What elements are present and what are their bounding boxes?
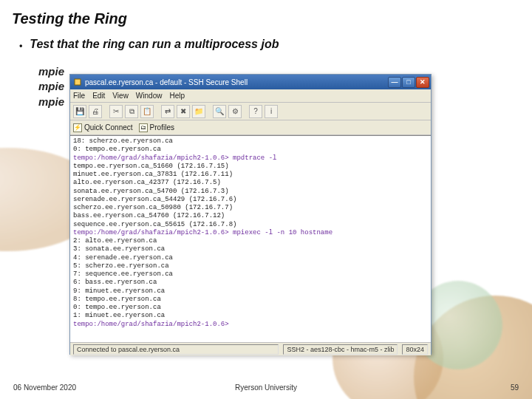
tool-connect-icon[interactable]: ⇄ bbox=[161, 105, 174, 118]
terminal-output[interactable]: 18: scherzo.ee.ryerson.ca0: tempo.ee.rye… bbox=[70, 135, 431, 342]
terminal-output-line: 5: scherzo.ee.ryerson.ca bbox=[73, 262, 428, 270]
tool-folder-icon[interactable]: 📁 bbox=[192, 105, 205, 118]
tool-copy-icon[interactable]: ⧉ bbox=[125, 105, 138, 118]
ssh-window: pascal.ee.ryerson.ca - default - SSH Sec… bbox=[69, 74, 432, 355]
quick-connect-icon: ⚡ bbox=[73, 123, 82, 132]
menu-window[interactable]: Window bbox=[136, 92, 163, 100]
toolbar: 💾 🖨 ✂ ⧉ 📋 ⇄ ✖ 📁 🔍 ⚙ ? i bbox=[70, 103, 431, 120]
svg-rect-0 bbox=[75, 79, 81, 85]
terminal-prompt-line: tempo:/home/grad/shafazia/mpich2-1.0.6> bbox=[73, 321, 428, 329]
quickbar: ⚡ Quick Connect 🗂 Profiles bbox=[70, 120, 431, 135]
terminal-output-line: sequence.ee.ryerson.ca_55615 (172.16.7.8… bbox=[73, 221, 428, 229]
titlebar-text: pascal.ee.ryerson.ca - default - SSH Sec… bbox=[85, 78, 388, 86]
terminal-output-line: 0: tempo.ee.ryerson.ca bbox=[73, 304, 428, 312]
footer: 06 November 2020 Ryerson University 59 bbox=[0, 383, 532, 392]
terminal-output-line: minuet.ee.ryerson.ca_37831 (172.16.7.11) bbox=[73, 171, 428, 179]
footer-pagenum: 59 bbox=[511, 383, 519, 392]
terminal-output-line: 18: scherzo.ee.ryerson.ca bbox=[73, 137, 428, 146]
bullet-text: Test that the ring can run a multiproces… bbox=[30, 38, 279, 51]
terminal-prompt-line: tempo:/home/grad/shafazia/mpich2-1.0.6> … bbox=[73, 229, 428, 237]
quick-connect-label: Quick Connect bbox=[84, 123, 133, 132]
terminal-output-line: 4: serenade.ee.ryerson.ca bbox=[73, 254, 428, 262]
terminal-output-line: 6: bass.ee.ryerson.ca bbox=[73, 279, 428, 287]
terminal-output-line: serenade.ee.ryerson.ca_54429 (172.16.7.6… bbox=[73, 196, 428, 204]
menubar: File Edit View Window Help bbox=[70, 89, 431, 103]
terminal-output-line: bass.ee.ryerson.ca_54760 (172.16.7.12) bbox=[73, 212, 428, 220]
tool-cut-icon[interactable]: ✂ bbox=[109, 105, 123, 118]
profiles-label: Profiles bbox=[150, 123, 174, 132]
tool-print-icon[interactable]: 🖨 bbox=[89, 105, 102, 118]
tool-info-icon[interactable]: i bbox=[265, 105, 278, 118]
profiles-button[interactable]: 🗂 Profiles bbox=[139, 123, 174, 132]
menu-file[interactable]: File bbox=[73, 92, 85, 100]
terminal-output-line: tempo.ee.ryerson.ca_51660 (172.16.7.15) bbox=[73, 163, 428, 171]
terminal-output-line: scherzo.ee.ryerson.ca_50980 (172.16.7.7) bbox=[73, 204, 428, 212]
app-icon bbox=[73, 78, 82, 86]
titlebar[interactable]: pascal.ee.ryerson.ca - default - SSH Sec… bbox=[70, 75, 431, 89]
profiles-icon: 🗂 bbox=[139, 123, 148, 132]
menu-edit[interactable]: Edit bbox=[92, 92, 105, 100]
tool-paste-icon[interactable]: 📋 bbox=[140, 105, 154, 118]
terminal-output-line: 7: sequence.ee.ryerson.ca bbox=[73, 270, 428, 279]
close-button[interactable]: ✕ bbox=[416, 77, 429, 88]
tool-settings-icon[interactable]: ⚙ bbox=[228, 105, 242, 118]
terminal-output-line: 2: alto.ee.ryerson.ca bbox=[73, 237, 428, 245]
quick-connect-button[interactable]: ⚡ Quick Connect bbox=[73, 123, 133, 132]
status-connected: Connected to pascal.ee.ryerson.ca bbox=[73, 344, 279, 355]
terminal-output-line: sonata.ee.ryerson.ca_54700 (172.16.7.3) bbox=[73, 188, 428, 196]
slide-title: Testing the Ring bbox=[0, 0, 532, 33]
tool-save-icon[interactable]: 💾 bbox=[73, 105, 86, 118]
tool-help-icon[interactable]: ? bbox=[249, 105, 262, 118]
minimize-button[interactable]: — bbox=[388, 77, 401, 88]
menu-help[interactable]: Help bbox=[169, 92, 185, 100]
terminal-output-line: 9: minuet.ee.ryerson.ca bbox=[73, 287, 428, 296]
status-ssh: SSH2 - aes128-cbc - hmac-m5 - zlib bbox=[283, 344, 398, 355]
maximize-button[interactable]: □ bbox=[402, 77, 415, 88]
terminal-output-line: 1: minuet.ee.ryerson.ca bbox=[73, 312, 428, 320]
terminal-output-line: alto.ee.ryerson.ca_42377 (172.16.7.5) bbox=[73, 179, 428, 187]
status-size: 80x24 bbox=[402, 344, 428, 355]
tool-find-icon[interactable]: 🔍 bbox=[213, 105, 226, 118]
footer-date: 06 November 2020 bbox=[13, 383, 76, 392]
terminal-output-line: 8: tempo.ee.ryerson.ca bbox=[73, 296, 428, 304]
bullet-dot-icon: • bbox=[19, 38, 22, 51]
terminal-prompt-line: tempo:/home/grad/shafazia/mpich2-1.0.6> … bbox=[73, 154, 428, 163]
footer-org: Ryerson University bbox=[235, 383, 297, 392]
menu-view[interactable]: View bbox=[112, 92, 129, 100]
bullet-row: • Test that the ring can run a multiproc… bbox=[19, 38, 517, 51]
terminal-output-line: 0: tempo.ee.ryerson.ca bbox=[73, 146, 428, 154]
statusbar: Connected to pascal.ee.ryerson.ca SSH2 -… bbox=[70, 342, 431, 355]
terminal-output-line: 3: sonata.ee.ryerson.ca bbox=[73, 245, 428, 253]
tool-disconnect-icon[interactable]: ✖ bbox=[177, 105, 190, 118]
